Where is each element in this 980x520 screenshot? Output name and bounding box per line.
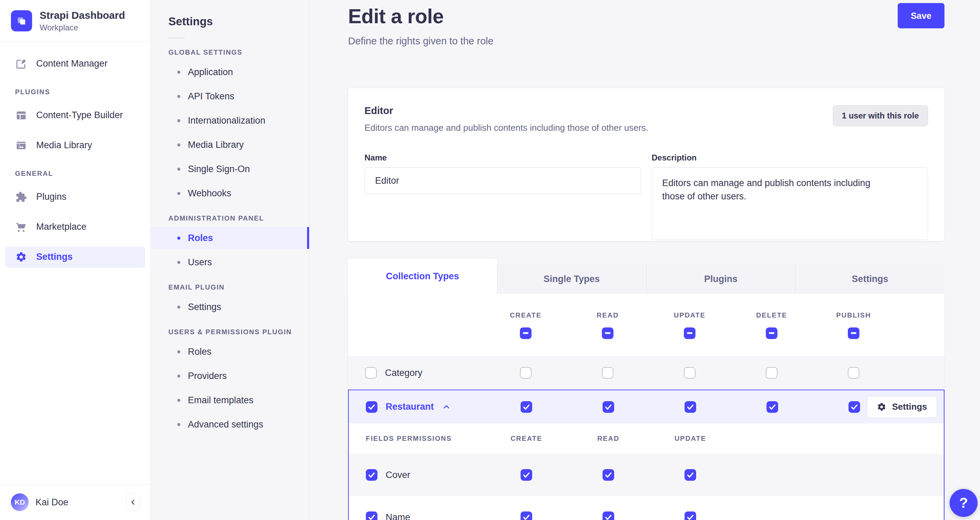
select-all-read-checkbox[interactable] [602, 328, 614, 339]
sub-item-users[interactable]: Users [151, 251, 309, 273]
restaurant-update-checkbox[interactable] [684, 401, 696, 413]
sub-item-label: Application [188, 67, 233, 78]
nav-item-media-library[interactable]: Media Library [5, 135, 145, 156]
column-publish: PUBLISH [813, 312, 895, 339]
category-update-checkbox[interactable] [684, 367, 695, 378]
page-header: Edit a role Define the rights given to t… [348, 5, 945, 47]
sub-item-providers[interactable]: Providers [151, 365, 309, 387]
cart-icon [15, 221, 27, 233]
tab-settings[interactable]: Settings [795, 264, 945, 294]
category-row-checkbox[interactable] [365, 367, 377, 378]
sub-item-label: Settings [188, 302, 221, 312]
role-card-top: Editor Editors can manage and publish co… [364, 105, 928, 133]
category-create-checkbox[interactable] [520, 367, 531, 378]
nav-item-plugins[interactable]: Plugins [5, 186, 145, 208]
cover-row-checkbox[interactable] [366, 469, 377, 481]
sub-item-media-library[interactable]: Media Library [151, 134, 309, 156]
restaurant-delete-checkbox[interactable] [767, 401, 778, 413]
pen-square-icon [15, 58, 27, 70]
users-with-role-button[interactable]: 1 user with this role [833, 105, 928, 126]
tab-plugins[interactable]: Plugins [646, 264, 795, 294]
nav-item-settings[interactable]: Settings [5, 246, 145, 268]
category-publish-checkbox[interactable] [848, 367, 859, 378]
sub-item-api-tokens[interactable]: API Tokens [151, 85, 309, 107]
column-update: UPDATE [649, 312, 731, 339]
workplace-brand[interactable]: Strapi Dashboard Workplace [0, 0, 150, 41]
sub-item-label: Roles [188, 347, 212, 357]
name-input[interactable] [364, 167, 641, 194]
restaurant-settings-button[interactable]: Settings [867, 396, 937, 418]
sub-item-webhooks[interactable]: Webhooks [151, 182, 309, 204]
fields-column-update: UPDATE [675, 435, 706, 442]
select-all-delete-checkbox[interactable] [766, 328, 778, 339]
bullet-icon [177, 261, 180, 264]
name-update-checkbox[interactable] [684, 512, 696, 520]
name-field-group: Name [364, 153, 641, 242]
sub-item-roles-up[interactable]: Roles [151, 341, 309, 363]
name-field-label: Name [364, 153, 641, 162]
restaurant-create-checkbox[interactable] [520, 401, 532, 413]
restaurant-publish-checkbox[interactable] [848, 401, 860, 413]
nav-item-content-type-builder[interactable]: Content-Type Builder [5, 105, 145, 126]
field-row-cover: Cover [349, 454, 944, 496]
tab-collection-types[interactable]: Collection Types [348, 258, 497, 294]
sub-item-single-sign-on[interactable]: Single Sign-On [151, 158, 309, 180]
strapi-logo-icon [11, 10, 32, 32]
field-row-name: Name [349, 496, 944, 520]
brand-title: Strapi Dashboard [40, 10, 125, 22]
nav-item-label: Content-Type Builder [36, 110, 123, 121]
bullet-icon [177, 305, 180, 309]
nav-section-general: GENERAL [0, 170, 150, 178]
name-create-checkbox[interactable] [520, 512, 532, 520]
divider [169, 38, 185, 38]
category-read-checkbox[interactable] [602, 367, 614, 378]
brand-subtitle: Workplace [40, 23, 125, 32]
table-row-restaurant: Restaurant Settings [349, 390, 944, 423]
nav-item-content-manager[interactable]: Content Manager [5, 53, 145, 75]
chevron-up-icon[interactable] [442, 402, 451, 412]
description-textarea[interactable]: Editors can manage and publish contents … [652, 167, 928, 240]
layout-icon [15, 109, 27, 122]
role-card-heading: Editor Editors can manage and publish co… [364, 105, 648, 133]
help-button[interactable]: ? [950, 489, 978, 517]
select-all-publish-checkbox[interactable] [848, 328, 859, 339]
restaurant-row-checkbox[interactable] [366, 401, 377, 413]
name-read-checkbox[interactable] [603, 512, 614, 520]
sub-item-email-settings[interactable]: Settings [151, 296, 309, 318]
page-subtitle: Define the rights given to the role [348, 35, 493, 47]
save-button[interactable]: Save [898, 3, 945, 28]
row-label[interactable]: Category [385, 368, 423, 378]
bullet-icon [177, 95, 180, 98]
sub-section-administration-panel: ADMINISTRATION PANEL [151, 215, 309, 222]
main-content: Edit a role Define the rights given to t… [309, 0, 980, 520]
sub-item-label: Advanced settings [188, 419, 263, 430]
name-row-checkbox[interactable] [366, 512, 377, 520]
collapse-nav-button[interactable] [126, 493, 140, 511]
avatar[interactable]: KD [11, 493, 29, 511]
role-form: Name Description Editors can manage and … [364, 153, 928, 242]
select-all-create-checkbox[interactable] [520, 328, 531, 339]
user-name: Kai Doe [35, 497, 68, 508]
fields-permissions-header: FIELDS PERMISSIONS CREATE READ UPDATE [349, 423, 944, 454]
cover-create-checkbox[interactable] [520, 469, 532, 481]
sub-section-users-permissions-plugin: USERS & PERMISSIONS PLUGIN [151, 328, 309, 336]
nav-item-marketplace[interactable]: Marketplace [5, 216, 145, 238]
row-label[interactable]: Restaurant [386, 402, 434, 412]
column-label: DELETE [756, 312, 788, 319]
tab-single-types[interactable]: Single Types [497, 264, 646, 294]
sub-item-advanced-settings[interactable]: Advanced settings [151, 413, 309, 435]
select-all-update-checkbox[interactable] [684, 328, 695, 339]
bullet-icon [177, 350, 180, 353]
category-delete-checkbox[interactable] [766, 367, 778, 378]
cover-update-checkbox[interactable] [684, 469, 696, 481]
sub-item-application[interactable]: Application [151, 61, 309, 83]
sub-item-internationalization[interactable]: Internationalization [151, 110, 309, 132]
sub-item-label: Email templates [188, 395, 253, 406]
cover-read-checkbox[interactable] [603, 469, 614, 481]
restaurant-read-checkbox[interactable] [603, 401, 614, 413]
sub-item-email-templates[interactable]: Email templates [151, 389, 309, 411]
sub-item-roles-admin[interactable]: Roles [151, 227, 309, 249]
description-field-group: Description Editors can manage and publi… [652, 153, 928, 242]
role-description: Editors can manage and publish contents … [364, 122, 648, 133]
permissions-header-row: CREATE READ UPDATE DELETE PUBLISH [348, 294, 945, 356]
